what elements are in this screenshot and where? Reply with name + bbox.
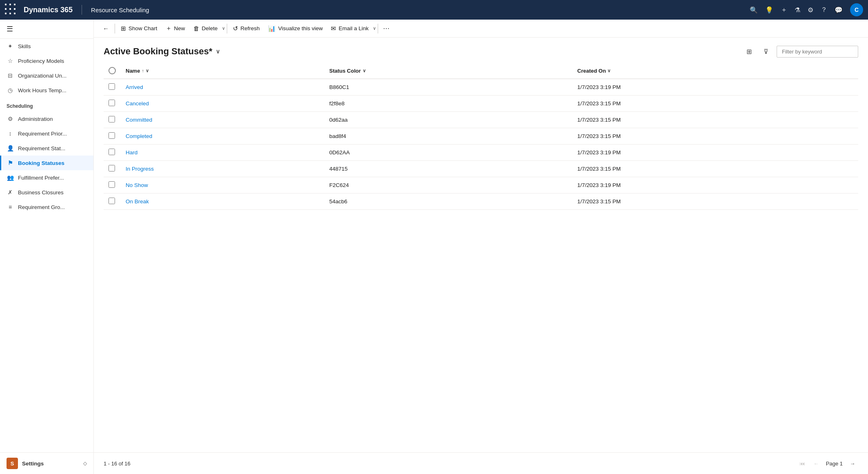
row-name-cell: On Break (121, 194, 324, 210)
booking-status-link-1[interactable]: Canceled (126, 100, 149, 107)
title-chevron-icon[interactable]: ∨ (216, 48, 220, 55)
prev-page-button[interactable]: ← (810, 458, 822, 469)
view-header: Active Booking Statuses* ∨ ⊞ ⊽ (94, 38, 868, 63)
new-button[interactable]: ＋ New (162, 22, 189, 35)
sidebar-item-organizational-units[interactable]: ⊟ Organizational Un... (0, 68, 93, 83)
content-area: ← ⊞ Show Chart ＋ New 🗑 Delete ∨ ↺ Refres… (94, 20, 868, 474)
row-name-cell: In Progress (121, 161, 324, 177)
sidebar-menu-icon[interactable]: ☰ (7, 24, 13, 33)
row-name-cell: Completed (121, 128, 324, 145)
more-options-button[interactable]: ⋯ (380, 22, 393, 35)
row-checkbox-0[interactable] (108, 83, 115, 90)
chat-icon[interactable]: 💬 (835, 6, 843, 14)
name-column-header[interactable]: Name ↑ ∨ (121, 63, 324, 79)
booking-status-link-6[interactable]: No Show (126, 182, 148, 188)
row-checkbox-cell[interactable] (104, 79, 121, 96)
module-name: Resource Scheduling (91, 7, 149, 13)
status-color-filter-icon[interactable]: ∨ (363, 68, 366, 73)
row-checkbox-cell[interactable] (104, 128, 121, 145)
sidebar-item-work-hours-templates[interactable]: ◷ Work Hours Temp... (0, 83, 93, 98)
table-row: On Break 54acb6 1/7/2023 3:15 PM (104, 194, 858, 210)
sidebar-item-fulfillment-preferences[interactable]: 👥 Fulfillment Prefer... (0, 170, 93, 185)
sidebar-item-requirement-groups[interactable]: ≡ Requirement Gro... (0, 200, 93, 214)
grid-view-icon[interactable]: ⊞ (742, 45, 755, 58)
booking-status-link-4[interactable]: Hard (126, 149, 137, 156)
sidebar-item-administration[interactable]: ⚙ Administration (0, 111, 93, 126)
row-checkbox-cell[interactable] (104, 194, 121, 210)
table-row: Canceled f2f8e8 1/7/2023 3:15 PM (104, 96, 858, 112)
booking-status-link-2[interactable]: Committed (126, 117, 152, 123)
sidebar-item-booking-statuses[interactable]: ⚑ Booking Statuses (0, 156, 93, 170)
row-checkbox-2[interactable] (108, 116, 115, 122)
sidebar-item-proficiency-models[interactable]: ☆ Proficiency Models (0, 53, 93, 68)
sidebar-item-requirement-priorities[interactable]: ↕ Requirement Prior... (0, 126, 93, 141)
settings-label: Settings (22, 461, 44, 467)
email-dropdown-icon[interactable]: ∨ (373, 26, 376, 31)
booking-status-link-0[interactable]: Arrived (126, 84, 143, 90)
first-page-button[interactable]: ⏮ (797, 458, 808, 469)
row-checkbox-4[interactable] (108, 149, 115, 155)
name-sort-icon: ↑ (142, 68, 144, 73)
name-filter-icon[interactable]: ∨ (146, 68, 149, 73)
lightbulb-icon[interactable]: 💡 (765, 6, 773, 14)
sidebar-label-administration: Administration (18, 116, 53, 122)
sidebar-item-requirement-statuses[interactable]: 👤 Requirement Stat... (0, 141, 93, 156)
row-created-on-cell: 1/7/2023 3:19 PM (572, 145, 858, 161)
user-avatar[interactable]: C (850, 3, 863, 16)
booking-status-link-7[interactable]: On Break (126, 198, 149, 205)
row-created-on-cell: 1/7/2023 3:19 PM (572, 79, 858, 96)
search-icon[interactable]: 🔍 (750, 6, 758, 14)
sidebar-header: ☰ (0, 20, 93, 39)
row-created-on-cell: 1/7/2023 3:15 PM (572, 161, 858, 177)
row-created-on-cell: 1/7/2023 3:15 PM (572, 112, 858, 128)
column-filter-icon[interactable]: ⊽ (760, 45, 773, 58)
visualize-button[interactable]: 📊 Visualize this view (264, 22, 327, 35)
created-on-filter-icon[interactable]: ∨ (607, 68, 611, 73)
row-checkbox-6[interactable] (108, 181, 115, 188)
sidebar-item-skills[interactable]: ✦ Skills (0, 39, 93, 53)
show-chart-button[interactable]: ⊞ Show Chart (117, 22, 162, 35)
select-all-header[interactable] (104, 63, 121, 79)
delete-icon: 🗑 (193, 25, 199, 32)
sidebar-icon-skills: ✦ (7, 43, 14, 49)
email-link-button[interactable]: ✉ Email a Link (327, 22, 373, 35)
created-on-column-header[interactable]: Created On ∨ (572, 63, 858, 79)
settings-chevron-icon: ◇ (83, 461, 87, 466)
row-checkbox-cell[interactable] (104, 177, 121, 194)
help-icon[interactable]: ？ (821, 6, 827, 14)
settings-icon[interactable]: ⚙ (808, 6, 813, 14)
row-status-color-cell: bad8f4 (324, 128, 572, 145)
status-color-column-header[interactable]: Status Color ∨ (324, 63, 572, 79)
sidebar-label-requirement-statuses: Requirement Stat... (18, 145, 65, 151)
add-icon[interactable]: ＋ (781, 6, 787, 14)
booking-status-link-3[interactable]: Completed (126, 133, 152, 139)
row-checkbox-3[interactable] (108, 132, 115, 139)
delete-dropdown-icon[interactable]: ∨ (222, 26, 225, 31)
row-name-cell: Committed (121, 112, 324, 128)
app-grid-icon[interactable] (5, 4, 17, 16)
row-checkbox-cell[interactable] (104, 96, 121, 112)
row-checkbox-7[interactable] (108, 198, 115, 204)
booking-status-link-5[interactable]: In Progress (126, 166, 154, 172)
table-row: Completed bad8f4 1/7/2023 3:15 PM (104, 128, 858, 145)
select-all-checkbox[interactable] (108, 67, 116, 74)
sidebar-icon-requirement-statuses: 👤 (7, 145, 14, 151)
row-checkbox-cell[interactable] (104, 161, 121, 177)
settings-nav-item[interactable]: S Settings ◇ (0, 452, 93, 474)
sidebar-label-fulfillment-preferences: Fulfillment Prefer... (18, 175, 64, 181)
sidebar-icon-requirement-groups: ≡ (7, 204, 14, 210)
row-checkbox-cell[interactable] (104, 112, 121, 128)
pagination: 1 - 16 of 16 ⏮ ← Page 1 → (94, 452, 868, 474)
row-checkbox-5[interactable] (108, 165, 115, 171)
refresh-button[interactable]: ↺ Refresh (229, 22, 264, 35)
row-checkbox-1[interactable] (108, 100, 115, 106)
delete-button[interactable]: 🗑 Delete (189, 22, 222, 34)
next-page-button[interactable]: → (847, 458, 858, 469)
back-button[interactable]: ← (99, 22, 113, 34)
filter-input[interactable] (777, 46, 858, 58)
row-checkbox-cell[interactable] (104, 145, 121, 161)
pagination-info: 1 - 16 of 16 (104, 461, 131, 467)
row-status-color-cell: 0D62AA (324, 145, 572, 161)
filter-icon[interactable]: ⚗ (795, 6, 800, 14)
sidebar-item-business-closures[interactable]: ✗ Business Closures (0, 185, 93, 200)
